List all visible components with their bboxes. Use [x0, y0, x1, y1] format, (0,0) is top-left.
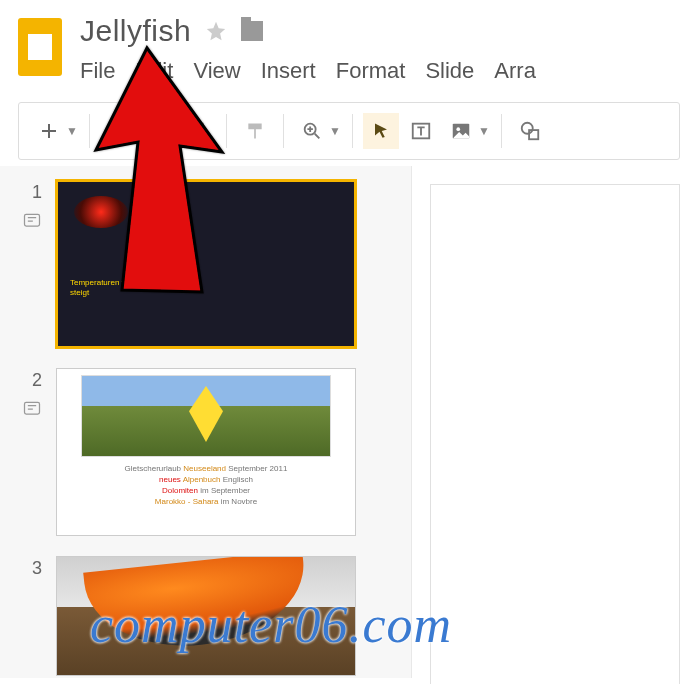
slide2-text: Gletscherurlaub Neuseeland September 201…: [57, 463, 355, 507]
new-slide-dropdown[interactable]: ▼: [65, 113, 79, 149]
toolbar: ▼ ▼ ▼: [18, 102, 680, 160]
menu-view[interactable]: View: [193, 58, 240, 84]
paint-format-button[interactable]: [237, 113, 273, 149]
slide-number: 1: [22, 180, 42, 203]
new-slide-button[interactable]: [31, 113, 67, 149]
slide-thumb-1[interactable]: Temperaturen vorra steigt: [56, 180, 356, 348]
svg-rect-5: [529, 130, 538, 139]
menu-insert[interactable]: Insert: [261, 58, 316, 84]
document-title[interactable]: Jellyfish: [80, 14, 191, 48]
redo-button[interactable]: [140, 113, 176, 149]
image-tool[interactable]: [443, 113, 479, 149]
menu-slide[interactable]: Slide: [425, 58, 474, 84]
slide-number: 3: [22, 556, 42, 579]
speaker-notes-icon[interactable]: [22, 399, 42, 415]
slide-canvas[interactable]: [412, 166, 698, 678]
slide1-caption: Temperaturen vorra steigt: [70, 278, 140, 298]
textbox-tool[interactable]: [403, 113, 439, 149]
menu-file[interactable]: File: [80, 58, 115, 84]
svg-rect-7: [25, 402, 40, 414]
shape-tool[interactable]: [512, 113, 548, 149]
menu-edit[interactable]: Edit: [135, 58, 173, 84]
undo-button[interactable]: [100, 113, 136, 149]
watermark: computer06.com: [90, 595, 452, 654]
svg-point-4: [522, 123, 533, 134]
slide-thumb-2[interactable]: Gletscherurlaub Neuseeland September 201…: [56, 368, 356, 536]
menu-format[interactable]: Format: [336, 58, 406, 84]
slides-logo: [18, 18, 62, 76]
menu-arrange[interactable]: Arra: [494, 58, 536, 84]
zoom-dropdown[interactable]: ▼: [328, 113, 342, 149]
move-folder-icon[interactable]: [241, 21, 263, 41]
star-icon[interactable]: [205, 20, 227, 42]
select-tool[interactable]: [363, 113, 399, 149]
print-button[interactable]: [180, 113, 216, 149]
svg-rect-6: [25, 214, 40, 226]
menu-bar: File Edit View Insert Format Slide Arra: [80, 56, 536, 84]
zoom-button[interactable]: [294, 113, 330, 149]
image-dropdown[interactable]: ▼: [477, 113, 491, 149]
speaker-notes-icon[interactable]: [22, 211, 42, 227]
svg-point-3: [456, 127, 460, 131]
slide-number: 2: [22, 368, 42, 391]
